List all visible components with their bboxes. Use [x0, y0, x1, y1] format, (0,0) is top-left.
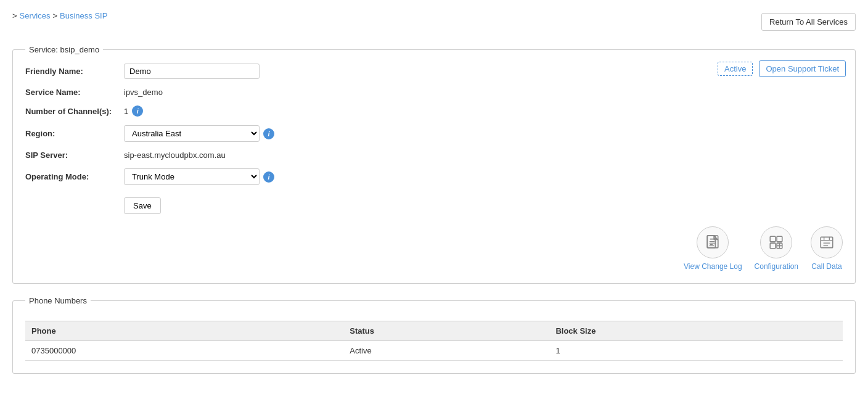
action-icons-row: View Change Log Configuration	[25, 226, 843, 271]
region-value: Australia East Australia West Australia …	[124, 125, 274, 142]
sip-server-value: sip-east.mycloudpbx.com.au	[124, 150, 226, 160]
svg-rect-5	[771, 236, 776, 242]
call-data-icon-circle	[811, 226, 843, 258]
call-data-label: Call Data	[811, 262, 841, 271]
region-select[interactable]: Australia East Australia West Australia …	[124, 125, 260, 142]
operating-mode-value: Trunk Mode Registration Mode i	[124, 168, 274, 185]
save-button[interactable]: Save	[124, 197, 161, 214]
configuration-icon-circle	[760, 226, 792, 258]
view-change-log-icon-circle	[697, 226, 729, 258]
service-name-label: Service Name:	[25, 88, 124, 97]
channels-number: 1	[124, 107, 128, 116]
configuration-label: Configuration	[755, 262, 798, 271]
service-name-value: ipvs_demo	[124, 88, 163, 97]
region-label: Region:	[25, 129, 124, 138]
open-support-ticket-button[interactable]: Open Support Ticket	[759, 60, 846, 77]
breadcrumb-business-sip-link[interactable]: Business SIP	[60, 11, 107, 20]
region-row: Region: Australia East Australia West Au…	[25, 125, 843, 142]
svg-rect-7	[771, 243, 776, 249]
phone-numbers-legend: Phone Numbers	[25, 296, 91, 305]
service-panel-legend: Service: bsip_demo	[25, 45, 103, 54]
channels-value: 1 i	[124, 105, 143, 117]
region-info-icon: i	[263, 128, 274, 139]
view-change-log-item[interactable]: View Change Log	[684, 226, 742, 271]
breadcrumb-separator: >	[12, 11, 17, 20]
top-right-status-area: Active Open Support Ticket	[718, 60, 846, 77]
friendly-name-input[interactable]	[124, 64, 260, 79]
return-to-all-services-button[interactable]: Return To All Services	[761, 13, 856, 31]
phone-numbers-table: Phone Status Block Size 0735000000Active…	[25, 321, 843, 361]
sip-server-row: SIP Server: sip-east.mycloudpbx.com.au	[25, 150, 843, 160]
table-header-row: Phone Status Block Size	[25, 321, 843, 341]
status-cell: Active	[343, 341, 549, 361]
block-size-cell: 1	[549, 341, 843, 361]
service-name-row: Service Name: ipvs_demo	[25, 88, 843, 97]
calldata-icon	[819, 234, 835, 250]
service-panel: Service: bsip_demo Active Open Support T…	[12, 45, 856, 284]
channels-info-icon: i	[132, 105, 143, 117]
save-row: Save	[124, 194, 843, 214]
breadcrumb-services-link[interactable]: Services	[20, 11, 51, 20]
col-status: Status	[343, 321, 549, 341]
col-block-size: Block Size	[549, 321, 843, 341]
status-badge: Active	[718, 62, 753, 76]
table-row: 0735000000Active1	[25, 341, 843, 361]
view-change-log-label: View Change Log	[684, 262, 742, 271]
col-phone: Phone	[25, 321, 343, 341]
breadcrumb: > Services > Business SIP	[12, 11, 107, 20]
breadcrumb-separator-2: >	[52, 11, 57, 20]
phone-numbers-panel: Phone Numbers Phone Status Block Size 07…	[12, 296, 856, 374]
channels-row: Number of Channel(s): 1 i	[25, 105, 843, 117]
operating-mode-row: Operating Mode: Trunk Mode Registration …	[25, 168, 843, 185]
friendly-name-label: Friendly Name:	[25, 67, 124, 76]
operating-mode-label: Operating Mode:	[25, 172, 124, 181]
config-icon	[768, 234, 784, 250]
document-icon	[705, 234, 721, 250]
friendly-name-value	[124, 64, 260, 79]
operating-mode-select[interactable]: Trunk Mode Registration Mode	[124, 168, 260, 185]
configuration-item[interactable]: Configuration	[755, 226, 798, 271]
sip-server-label: SIP Server:	[25, 150, 124, 160]
phone-cell: 0735000000	[25, 341, 343, 361]
channels-label: Number of Channel(s):	[25, 107, 124, 116]
call-data-item[interactable]: Call Data	[811, 226, 843, 271]
operating-mode-info-icon: i	[263, 171, 274, 183]
svg-rect-6	[777, 236, 782, 242]
